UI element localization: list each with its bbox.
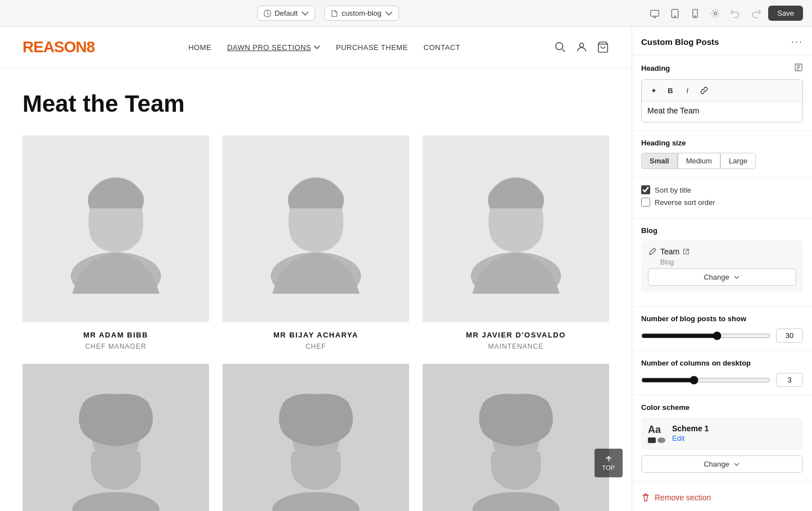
blog-card: Team Blog Change [641, 240, 803, 293]
heading-size-label: Heading size [641, 139, 803, 147]
cart-icon[interactable] [597, 41, 609, 53]
team-card [223, 364, 409, 511]
external-link-icon [683, 248, 689, 255]
chevron-down-icon [733, 273, 741, 281]
sort-by-title-checkbox[interactable] [641, 185, 650, 194]
blog-label: Blog [641, 226, 803, 235]
size-small[interactable]: Small [641, 153, 678, 169]
default-label: Default [275, 9, 298, 17]
preview-pane: REASON8 HOME DAWN PRO SECTIONS PURCHASE … [0, 27, 632, 511]
undo-btn[interactable] [728, 6, 743, 21]
search-icon[interactable] [554, 41, 566, 53]
settings-icon-btn[interactable] [707, 6, 723, 21]
toolbar-italic[interactable]: I [680, 83, 695, 98]
posts-number-input[interactable] [776, 328, 803, 343]
scheme-edit-link[interactable]: Edit [672, 434, 684, 442]
team-photo-4 [22, 364, 209, 511]
tablet-icon-btn[interactable] [667, 6, 683, 21]
svg-point-7 [556, 43, 563, 50]
blog-card-title: Team [648, 247, 796, 256]
scheme-preview: Aa [648, 424, 665, 443]
team-photo-6 [423, 364, 609, 511]
team-photo-2 [223, 135, 409, 322]
panel-heading-size-section: Heading size Small Medium Large [632, 131, 812, 177]
reverse-sort-row: Reverse sort order [641, 198, 803, 207]
svg-point-6 [714, 12, 717, 15]
site-icons [554, 41, 609, 53]
redo-btn[interactable] [748, 6, 764, 21]
columns-number-input[interactable] [776, 373, 803, 387]
scheme-dot-light [657, 437, 665, 443]
top-bar-center: Default custom-blog [257, 6, 399, 21]
svg-point-17 [72, 492, 160, 511]
sort-by-title-row: Sort by title [641, 185, 803, 194]
panel-heading-section: Heading ✦ B I Meat the Team [632, 55, 812, 131]
team-name-2: MR BIJAY ACHARYA [223, 331, 409, 339]
team-photo-1 [22, 135, 209, 322]
rich-toolbar: ✦ B I [642, 80, 802, 102]
page-heading: Meat the Team [22, 90, 609, 117]
remove-label: Remove section [655, 493, 711, 502]
scheme-change-button[interactable]: Change [641, 455, 803, 473]
posts-label: Number of blog posts to show [641, 314, 803, 323]
scheme-info: Scheme 1 Edit [672, 424, 796, 443]
file-label: custom-blog [342, 9, 382, 17]
sort-by-title-label: Sort by title [655, 186, 691, 194]
toolbar-link[interactable] [697, 83, 711, 98]
panel-color-scheme-section: Color scheme Aa Scheme 1 Edit Change [632, 395, 812, 481]
heading-input[interactable]: Meat the Team [642, 102, 802, 122]
size-large[interactable]: Large [720, 153, 756, 169]
reverse-sort-checkbox[interactable] [641, 198, 650, 207]
toolbar-bold[interactable]: B [663, 83, 678, 98]
main-area: REASON8 HOME DAWN PRO SECTIONS PURCHASE … [0, 27, 812, 511]
nav-dawn-pro[interactable]: DAWN PRO SECTIONS [227, 43, 320, 52]
columns-slider[interactable] [641, 376, 770, 385]
scheme-dot-dark [648, 437, 656, 443]
team-card: MR ADAM BIBB CHEF MANAGER [22, 135, 209, 350]
panel-more-button[interactable]: ··· [791, 36, 803, 48]
save-button[interactable]: Save [768, 6, 803, 21]
posts-slider[interactable] [641, 331, 770, 340]
blog-change-button[interactable]: Change [648, 268, 796, 286]
reverse-sort-label: Reverse sort order [655, 198, 715, 207]
columns-label: Number of columns on desktop [641, 359, 803, 367]
account-icon[interactable] [575, 41, 588, 53]
panel-title: Custom Blog Posts [641, 37, 719, 47]
scheme-letter: Aa [648, 424, 665, 436]
desktop-icon-btn[interactable] [647, 6, 663, 21]
team-name-1: MR ADAM BIBB [22, 331, 209, 339]
logo-main: REASON [22, 38, 87, 56]
heading-icon [794, 63, 803, 74]
edit-icon [648, 247, 657, 256]
team-photo-5 [223, 364, 409, 511]
top-bar: Default custom-blog Save [0, 0, 812, 27]
scroll-top-button[interactable]: TOP [595, 449, 623, 477]
svg-point-19 [273, 492, 360, 511]
panel-sort-section: Sort by title Reverse sort order [632, 177, 812, 218]
heading-label: Heading [641, 63, 803, 74]
panel-header: Custom Blog Posts ··· [632, 27, 812, 55]
posts-slider-row [641, 328, 803, 343]
svg-point-3 [675, 16, 676, 17]
nav-contact[interactable]: CONTACT [424, 43, 460, 52]
panel-posts-section: Number of blog posts to show [632, 307, 812, 351]
size-medium[interactable]: Medium [678, 153, 720, 169]
team-card [423, 364, 609, 511]
nav-home[interactable]: HOME [188, 43, 211, 52]
nav-purchase[interactable]: PURCHASE THEME [336, 43, 408, 52]
default-dropdown[interactable]: Default [257, 6, 315, 21]
site-nav: HOME DAWN PRO SECTIONS PURCHASE THEME CO… [188, 43, 460, 52]
remove-section-button[interactable]: Remove section [632, 484, 812, 511]
scroll-top-label: TOP [602, 464, 615, 471]
team-grid: MR ADAM BIBB CHEF MANAGER MR BIJAY ACH [22, 135, 609, 511]
team-name-3: MR JAVIER D'OSVALDO [423, 331, 609, 339]
site-header: REASON8 HOME DAWN PRO SECTIONS PURCHASE … [0, 27, 632, 68]
team-card: MR JAVIER D'OSVALDO MAINTENANCE [423, 135, 609, 350]
toolbar-sparkle[interactable]: ✦ [646, 83, 661, 98]
scheme-card: Aa Scheme 1 Edit [641, 417, 803, 450]
file-dropdown[interactable]: custom-blog [324, 6, 399, 21]
team-card: MR BIJAY ACHARYA CHEF [223, 135, 409, 350]
mobile-icon-btn[interactable] [687, 6, 703, 21]
rich-editor: ✦ B I Meat the Team [641, 79, 803, 122]
team-photo-3 [423, 135, 609, 322]
